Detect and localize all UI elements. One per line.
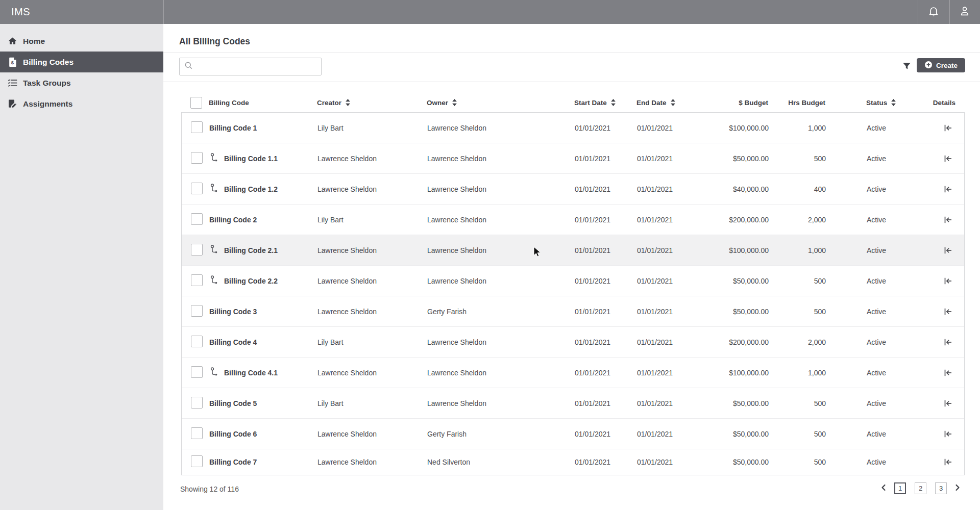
end-date-cell: 01/01/2021 (637, 155, 703, 163)
owner-cell: Gerty Farish (427, 308, 575, 316)
column-header-budget: $ Budget (703, 99, 768, 107)
hrs-budget-cell: 1,000 (769, 124, 826, 132)
sidebar-item-label: Task Groups (23, 79, 71, 88)
page-button-2[interactable]: 2 (915, 482, 926, 494)
column-header-end-date[interactable]: End Date (636, 99, 703, 107)
row-checkbox[interactable] (191, 397, 203, 409)
row-checkbox[interactable] (191, 121, 203, 133)
row-checkbox[interactable] (191, 336, 203, 347)
budget-cell: $40,000.00 (703, 185, 769, 193)
child-branch-icon (209, 183, 219, 195)
page-button-1[interactable]: 1 (894, 482, 906, 494)
table-row[interactable]: Billing Code 6 Lawrence Sheldon Gerty Fa… (182, 419, 964, 449)
prev-page-button[interactable] (879, 484, 888, 493)
row-checkbox[interactable] (191, 274, 203, 286)
table-row[interactable]: Billing Code 2.1 Lawrence Sheldon Lawren… (182, 235, 964, 266)
billing-code-name: Billing Code 3 (209, 308, 257, 316)
start-date-cell: 01/01/2021 (575, 216, 637, 224)
tasks-icon (8, 78, 17, 88)
details-collapse-left-icon[interactable] (943, 337, 953, 347)
billing-codes-table: Billing Code 1 Lily Bart Lawrence Sheldo… (181, 112, 965, 475)
row-checkbox[interactable] (191, 366, 203, 378)
details-collapse-left-icon[interactable] (943, 368, 953, 378)
start-date-cell: 01/01/2021 (575, 338, 637, 346)
billing-code-name: Billing Code 2 (209, 216, 257, 224)
column-header-start-date[interactable]: Start Date (574, 99, 636, 107)
column-header-owner[interactable]: Owner (427, 99, 574, 107)
child-branch-icon (209, 244, 219, 256)
row-checkbox[interactable] (191, 427, 203, 439)
start-date-cell: 01/01/2021 (575, 246, 637, 254)
pagination: 123 (879, 482, 962, 494)
details-collapse-left-icon[interactable] (943, 215, 953, 225)
next-page-button[interactable] (953, 484, 962, 493)
child-branch-icon (209, 367, 219, 378)
sidebar-item-home[interactable]: Home (0, 31, 163, 52)
hrs-budget-cell: 1,000 (769, 369, 826, 377)
details-collapse-left-icon[interactable] (943, 429, 953, 439)
user-icon (959, 5, 971, 19)
details-collapse-left-icon[interactable] (943, 457, 953, 467)
column-header-creator[interactable]: Creator (317, 99, 427, 107)
billing-code-name: Billing Code 5 (209, 399, 257, 407)
hrs-budget-cell: 500 (769, 308, 826, 316)
table-row[interactable]: Billing Code 5 Lily Bart Lawrence Sheldo… (182, 388, 964, 419)
creator-cell: Lawrence Sheldon (317, 185, 427, 193)
owner-cell: Lawrence Sheldon (427, 246, 575, 254)
table-row[interactable]: Billing Code 1.1 Lawrence Sheldon Lawren… (182, 143, 964, 174)
table-row[interactable]: Billing Code 2.2 Lawrence Sheldon Lawren… (182, 266, 964, 296)
hrs-budget-cell: 500 (769, 155, 826, 163)
status-cell: Active (826, 399, 912, 407)
details-collapse-left-icon[interactable] (943, 398, 953, 409)
details-collapse-left-icon[interactable] (943, 276, 953, 286)
details-collapse-left-icon[interactable] (943, 307, 953, 317)
status-cell: Active (826, 430, 912, 438)
table-row[interactable]: Billing Code 4 Lily Bart Lawrence Sheldo… (182, 327, 964, 358)
sidebar-item-billing-codes[interactable]: $ Billing Codes (0, 52, 163, 72)
table-row[interactable]: Billing Code 7 Lawrence Sheldon Ned Silv… (182, 449, 964, 475)
filter-button[interactable] (899, 60, 914, 73)
select-all-checkbox[interactable] (190, 97, 202, 109)
table-row[interactable]: Billing Code 1 Lily Bart Lawrence Sheldo… (182, 113, 964, 143)
status-cell: Active (826, 277, 912, 285)
status-cell: Active (826, 369, 912, 377)
row-checkbox[interactable] (191, 183, 203, 194)
end-date-cell: 01/01/2021 (637, 185, 703, 193)
column-header-billing-code: Billing Code (209, 99, 317, 107)
user-account-button[interactable] (949, 0, 980, 24)
column-label: Start Date (574, 99, 607, 107)
billing-icon: $ (8, 57, 17, 67)
table-row[interactable]: Billing Code 2 Lily Bart Lawrence Sheldo… (182, 205, 964, 235)
details-collapse-left-icon[interactable] (943, 123, 953, 133)
svg-text:$: $ (11, 60, 14, 65)
row-checkbox[interactable] (191, 152, 203, 164)
row-checkbox[interactable] (191, 305, 203, 317)
notifications-button[interactable] (918, 0, 949, 24)
table-row[interactable]: Billing Code 3 Lawrence Sheldon Gerty Fa… (182, 296, 964, 327)
owner-cell: Lawrence Sheldon (427, 338, 575, 346)
details-collapse-left-icon[interactable] (943, 184, 953, 194)
column-header-status[interactable]: Status (825, 99, 912, 107)
row-checkbox[interactable] (191, 213, 203, 225)
hrs-budget-cell: 400 (769, 185, 826, 193)
end-date-cell: 01/01/2021 (637, 124, 703, 132)
search-input[interactable] (197, 63, 316, 71)
create-button[interactable]: Create (917, 58, 965, 72)
creator-cell: Lawrence Sheldon (317, 369, 427, 377)
billing-code-name: Billing Code 4 (209, 338, 257, 346)
sidebar-item-label: Assignments (23, 99, 72, 109)
status-cell: Active (826, 155, 912, 163)
sort-icon (611, 99, 616, 106)
details-collapse-left-icon[interactable] (943, 245, 953, 256)
table-row[interactable]: Billing Code 4.1 Lawrence Sheldon Lawren… (182, 358, 964, 388)
sidebar-item-label: Billing Codes (23, 58, 74, 67)
page-button-3[interactable]: 3 (935, 482, 947, 494)
row-checkbox[interactable] (191, 244, 203, 256)
sort-icon (891, 99, 896, 106)
details-collapse-left-icon[interactable] (943, 154, 953, 164)
budget-cell: $50,000.00 (703, 458, 769, 466)
sidebar-item-task-groups[interactable]: Task Groups (0, 72, 163, 93)
row-checkbox[interactable] (191, 455, 203, 467)
table-row[interactable]: Billing Code 1.2 Lawrence Sheldon Lawren… (182, 174, 964, 205)
sidebar-item-assignments[interactable]: Assignments (0, 93, 163, 114)
